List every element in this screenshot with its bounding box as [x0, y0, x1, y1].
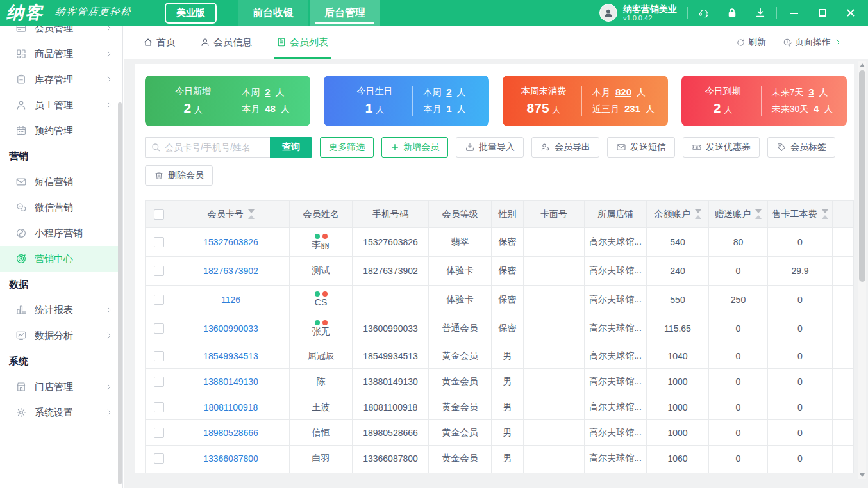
scroll-down-icon[interactable]	[860, 473, 865, 477]
tab-home[interactable]: 首页	[143, 26, 176, 59]
coupon-button[interactable]: 发送优惠券	[683, 137, 760, 158]
filter-button[interactable]: 更多筛选	[320, 137, 374, 158]
member-card-no-link[interactable]: 15327603826	[203, 237, 258, 247]
topnav-tab-0[interactable]: 前台收银	[238, 0, 308, 26]
export-user-button[interactable]: 会员导出	[531, 137, 599, 158]
cell-card-face	[524, 394, 585, 420]
stat-detail-row[interactable]: 本月 820 人	[592, 86, 655, 99]
query-button[interactable]: 查询	[270, 137, 312, 158]
sort-desc-icon[interactable]	[755, 209, 762, 213]
stat-detail-row[interactable]: 本周 2 人	[423, 86, 465, 99]
header-cell: 手机号码	[353, 201, 429, 228]
import-button[interactable]: 批量导入	[456, 137, 524, 158]
sidebar-item-monitor[interactable]: 数据分析	[0, 323, 122, 348]
sort-asc-icon[interactable]	[822, 215, 828, 219]
button-label: 会员导出	[555, 142, 590, 153]
mail-button[interactable]: 发送短信	[607, 137, 675, 158]
row-checkbox[interactable]	[154, 266, 164, 276]
member-card-no-link[interactable]: 18980528666	[203, 428, 258, 438]
sort-asc-icon[interactable]	[248, 215, 255, 219]
sort-desc-icon[interactable]	[822, 209, 828, 213]
select-all-checkbox[interactable]	[154, 209, 164, 220]
stat-card-0[interactable]: 今日新增2人本周 2 人本月 48 人	[145, 76, 310, 126]
row-checkbox[interactable]	[154, 453, 164, 464]
stat-detail-row[interactable]: 未来7天 3 人	[772, 86, 833, 99]
plus-button[interactable]: 新增会员	[381, 137, 448, 158]
sidebar-item-report[interactable]: 统计报表	[0, 297, 122, 323]
user-block[interactable]: 纳客营销美业 v1.0.0.42	[599, 0, 677, 26]
row-checkbox[interactable]	[154, 351, 164, 361]
stat-detail-row[interactable]: 未来30天 4 人	[772, 103, 833, 115]
tab-user[interactable]: 会员信息	[200, 26, 252, 59]
row-checkbox[interactable]	[154, 428, 164, 438]
sidebar-item-store[interactable]: 门店管理	[0, 374, 122, 400]
sidebar-item-sms[interactable]: 短信营销	[0, 169, 122, 195]
search-input[interactable]	[145, 137, 270, 158]
refresh-action[interactable]: 刷新	[736, 37, 766, 48]
sidebar-item-gear[interactable]: 系统设置	[0, 400, 122, 425]
row-checkbox[interactable]	[154, 323, 164, 334]
sort-desc-icon[interactable]	[695, 209, 701, 213]
sidebar-scrollbar[interactable]	[118, 102, 122, 484]
sort-asc-icon[interactable]	[755, 215, 762, 219]
sort-desc-icon[interactable]	[248, 209, 255, 213]
customer-service-icon[interactable]	[698, 7, 710, 19]
row-checkbox[interactable]	[154, 237, 164, 247]
sidebar-item-goods[interactable]: 商品管理	[0, 41, 122, 67]
member-card-no-link[interactable]: 13366087800	[203, 453, 258, 464]
stat-card-2[interactable]: 本周未消费875人本月 820 人近三月 231 人	[503, 76, 668, 126]
search-box: 查询	[145, 137, 312, 158]
scrollbar-thumb[interactable]	[859, 70, 865, 282]
sidebar-item-members[interactable]: 会员管理	[0, 26, 122, 41]
edition-badge[interactable]: 美业版	[165, 3, 217, 24]
sidebar-item-target[interactable]: 营销中心	[0, 246, 122, 272]
cell-balance: 1040	[647, 343, 709, 369]
stat-detail-row[interactable]: 本月 48 人	[242, 103, 289, 115]
minimize-icon[interactable]	[790, 8, 799, 17]
members-icon	[15, 26, 27, 34]
avatar[interactable]	[599, 4, 617, 22]
member-name: 陈	[317, 376, 326, 387]
sort-asc-icon[interactable]	[695, 215, 701, 219]
sidebar-item-wechat[interactable]: 微信营销	[0, 195, 122, 220]
member-card-no-link[interactable]: 18549934513	[203, 351, 258, 361]
stat-detail-row[interactable]: 本周 2 人	[242, 86, 289, 99]
cell-gender: 男	[492, 446, 524, 471]
sidebar-item-appointment[interactable]: 预约管理	[0, 118, 122, 143]
sidebar-item-miniapp[interactable]: 小程序营销	[0, 220, 122, 246]
member-card-no-link[interactable]: 13600990033	[203, 323, 258, 334]
member-card-no-link[interactable]: 1126	[221, 295, 240, 305]
tab-list[interactable]: 会员列表	[276, 26, 328, 59]
member-name-text: 陈	[317, 376, 326, 387]
trash-button[interactable]: 删除会员	[145, 165, 213, 186]
maximize-icon[interactable]	[818, 8, 827, 17]
scroll-up-icon[interactable]	[860, 63, 865, 67]
member-card-no-link[interactable]: 13880149130	[203, 377, 258, 387]
download-icon[interactable]	[755, 7, 766, 19]
row-checkbox[interactable]	[154, 402, 164, 412]
topnav-tab-1[interactable]: 后台管理	[310, 0, 380, 26]
tag-button[interactable]: 会员标签	[767, 137, 835, 158]
page-ops-action[interactable]: 页面操作	[783, 37, 842, 48]
stat-detail-row[interactable]: 近三月 231 人	[592, 103, 655, 115]
sidebar-item-staff[interactable]: 员工管理	[0, 92, 122, 118]
lock-icon[interactable]	[726, 7, 738, 19]
cell-phone: 18081100918	[353, 394, 429, 420]
member-card-no-link[interactable]: 18276373902	[203, 266, 258, 276]
member-card-no-link[interactable]: 18081100918	[204, 402, 258, 412]
divider	[231, 86, 231, 116]
row-checkbox[interactable]	[154, 295, 164, 305]
close-icon[interactable]	[846, 8, 855, 17]
main-scrollbar[interactable]	[858, 61, 866, 479]
sort-icons	[822, 209, 828, 219]
row-checkbox[interactable]	[154, 377, 164, 387]
divider	[687, 7, 688, 19]
stat-card-unit: 人	[376, 105, 384, 115]
stat-detail-row[interactable]: 本月 1 人	[423, 103, 465, 115]
sidebar-item-inventory[interactable]: 库存管理	[0, 67, 122, 92]
stat-card-1[interactable]: 今日生日1人本周 2 人本月 1 人	[324, 76, 489, 126]
stat-card-3[interactable]: 今日到期2人未来7天 3 人未来30天 4 人	[681, 76, 847, 126]
divider	[761, 86, 762, 116]
cell-card-fee: 0	[768, 369, 833, 394]
cell-empty	[585, 471, 647, 473]
